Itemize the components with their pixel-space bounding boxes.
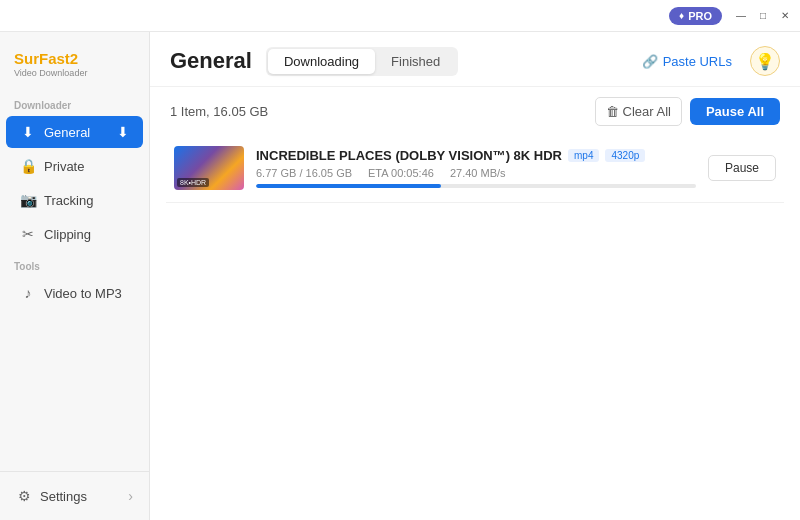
sidebar-item-clipping[interactable]: ✂ Clipping (6, 218, 143, 250)
tab-downloading[interactable]: Downloading (268, 49, 375, 74)
table-row: 8K•HDR INCREDIBLE PLACES (DOLBY VISION™)… (166, 134, 784, 203)
thumbnail: 8K•HDR (174, 146, 244, 190)
header-actions: 🔗 Paste URLs 💡 (634, 46, 780, 76)
download-icon: ⬇ (20, 124, 36, 140)
settings-left: ⚙ Settings (16, 488, 87, 504)
download-title: INCREDIBLE PLACES (DOLBY VISION™) 8K HDR… (256, 148, 696, 163)
minimize-button[interactable]: — (734, 9, 748, 23)
music-icon: ♪ (20, 285, 36, 301)
sidebar-item-video-to-mp3[interactable]: ♪ Video to MP3 (6, 277, 143, 309)
clear-all-button[interactable]: 🗑 Clear All (595, 97, 682, 126)
download-info: INCREDIBLE PLACES (DOLBY VISION™) 8K HDR… (256, 148, 696, 188)
app-body: SurFast2 Video Downloader Downloader ⬇ G… (0, 32, 800, 520)
logo-title: SurFast2 (14, 50, 135, 67)
pro-badge[interactable]: PRO (669, 7, 722, 25)
downloader-section-label: Downloader (0, 94, 149, 115)
download-meta: 6.77 GB / 16.05 GB ETA 00:05:46 27.40 MB… (256, 167, 696, 179)
settings-icon: ⚙ (16, 488, 32, 504)
link-icon: 🔗 (642, 54, 658, 69)
trash-icon: 🗑 (606, 104, 619, 119)
item-count: 1 Item, 16.05 GB (170, 104, 268, 119)
maximize-button[interactable]: □ (756, 9, 770, 23)
pause-button[interactable]: Pause (708, 155, 776, 181)
paste-urls-label: Paste URLs (663, 54, 732, 69)
settings-item[interactable]: ⚙ Settings › (6, 480, 143, 512)
tools-section-label: Tools (0, 255, 149, 276)
sidebar-item-private[interactable]: 🔒 Private (6, 150, 143, 182)
sidebar-footer: ⚙ Settings › (0, 471, 149, 520)
pro-label: PRO (688, 10, 712, 22)
progress-bar-fill (256, 184, 441, 188)
logo-brand: SurFast (14, 50, 70, 67)
paste-urls-button[interactable]: 🔗 Paste URLs (634, 49, 740, 74)
download-toolbar: 1 Item, 16.05 GB 🗑 Clear All Pause All (150, 87, 800, 134)
tab-finished[interactable]: Finished (375, 49, 456, 74)
main-header: General Downloading Finished 🔗 Paste URL… (150, 32, 800, 87)
download-title-text: INCREDIBLE PLACES (DOLBY VISION™) 8K HDR (256, 148, 562, 163)
sidebar: SurFast2 Video Downloader Downloader ⬇ G… (0, 32, 150, 520)
tracking-icon: 📷 (20, 192, 36, 208)
sidebar-item-label: Video to MP3 (44, 286, 122, 301)
clipping-icon: ✂ (20, 226, 36, 242)
thumb-label: 8K•HDR (177, 178, 209, 187)
logo-version: 2 (70, 50, 78, 67)
sidebar-item-label: Private (44, 159, 84, 174)
download-list: 8K•HDR INCREDIBLE PLACES (DOLBY VISION™)… (150, 134, 800, 520)
size-downloaded: 6.77 GB (256, 167, 296, 179)
speed: 27.40 MB/s (450, 167, 506, 179)
sidebar-item-general[interactable]: ⬇ General ⬇ (6, 116, 143, 148)
close-button[interactable]: ✕ (778, 9, 792, 23)
page-title: General (170, 48, 252, 74)
sidebar-item-label: General (44, 125, 90, 140)
bulb-button[interactable]: 💡 (750, 46, 780, 76)
size-progress: 6.77 GB / 16.05 GB (256, 167, 352, 179)
sidebar-item-label: Clipping (44, 227, 91, 242)
sidebar-item-tracking[interactable]: 📷 Tracking (6, 184, 143, 216)
progress-bar-background (256, 184, 696, 188)
tools-section: Tools ♪ Video to MP3 (0, 255, 149, 310)
toolbar-right: 🗑 Clear All Pause All (595, 97, 780, 126)
pause-all-button[interactable]: Pause All (690, 98, 780, 125)
page-title-row: General Downloading Finished (170, 47, 458, 76)
sidebar-item-label: Tracking (44, 193, 93, 208)
window-controls: — □ ✕ (734, 9, 792, 23)
chevron-right-icon: › (128, 488, 133, 504)
logo-subtitle: Video Downloader (14, 68, 135, 78)
private-icon: 🔒 (20, 158, 36, 174)
format-badge: mp4 (568, 149, 599, 162)
download-badge-icon: ⬇ (117, 124, 129, 140)
tab-group: Downloading Finished (266, 47, 458, 76)
main-content: General Downloading Finished 🔗 Paste URL… (150, 32, 800, 520)
bulb-icon: 💡 (755, 52, 775, 71)
settings-label: Settings (40, 489, 87, 504)
logo-area: SurFast2 Video Downloader (0, 40, 149, 94)
quality-badge: 4320p (605, 149, 645, 162)
size-total: 16.05 GB (306, 167, 352, 179)
clear-all-label: Clear All (623, 104, 671, 119)
title-bar: PRO — □ ✕ (0, 0, 800, 32)
eta: ETA 00:05:46 (368, 167, 434, 179)
